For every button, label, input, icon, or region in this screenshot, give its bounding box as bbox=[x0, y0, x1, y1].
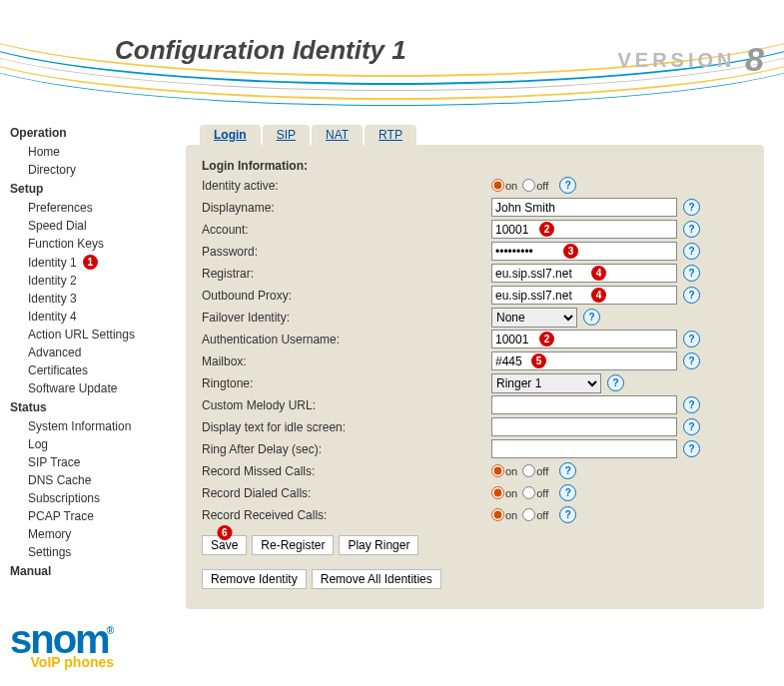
input-mailbox[interactable] bbox=[491, 351, 677, 370]
select-failover[interactable]: None bbox=[491, 308, 577, 328]
label-auth-user: Authentication Username: bbox=[202, 333, 491, 346]
identity-active-off[interactable] bbox=[522, 179, 535, 192]
nav-identity-3[interactable]: Identity 3 bbox=[10, 290, 186, 308]
help-icon[interactable]: ? bbox=[683, 221, 700, 238]
label-registrar: Registrar: bbox=[202, 267, 491, 281]
tab-nat[interactable]: NAT bbox=[312, 125, 363, 145]
label-password: Password: bbox=[202, 245, 491, 259]
label-rec-received: Record Received Calls: bbox=[202, 508, 491, 522]
nav-sip-trace[interactable]: SIP Trace bbox=[10, 453, 186, 471]
nav-home[interactable]: Home bbox=[10, 143, 186, 161]
help-icon[interactable]: ? bbox=[559, 484, 576, 501]
badge-4b: 4 bbox=[591, 288, 606, 303]
sidebar-section-setup: Setup bbox=[10, 179, 186, 199]
input-account[interactable] bbox=[491, 220, 677, 239]
help-icon[interactable]: ? bbox=[683, 440, 700, 457]
help-icon[interactable]: ? bbox=[559, 462, 576, 479]
input-displayname[interactable] bbox=[491, 198, 677, 217]
remove-all-identities-button[interactable]: Remove All Identities bbox=[312, 569, 441, 589]
help-icon[interactable]: ? bbox=[683, 418, 700, 435]
badge-6: 6 bbox=[217, 525, 232, 540]
label-rec-missed: Record Missed Calls: bbox=[202, 464, 491, 478]
help-icon[interactable]: ? bbox=[559, 506, 576, 523]
sidebar-section-manual[interactable]: Manual bbox=[10, 561, 186, 581]
help-icon[interactable]: ? bbox=[683, 265, 700, 282]
rec-received-off[interactable] bbox=[522, 508, 535, 521]
sidebar: Operation HomeDirectory Setup Preference… bbox=[10, 95, 186, 609]
page-title: Configuration Identity 1 bbox=[115, 35, 406, 66]
label-displayname: Displayname: bbox=[202, 201, 491, 215]
nav-identity-4[interactable]: Identity 4 bbox=[10, 308, 186, 326]
nav-pcap-trace[interactable]: PCAP Trace bbox=[10, 507, 186, 525]
nav-subscriptions[interactable]: Subscriptions bbox=[10, 489, 186, 507]
help-icon[interactable]: ? bbox=[683, 287, 700, 304]
label-ring-delay: Ring After Delay (sec): bbox=[202, 442, 491, 456]
nav-sys-info[interactable]: System Information bbox=[10, 417, 186, 435]
select-ringtone[interactable]: Ringer 1 bbox=[491, 373, 601, 393]
remove-identity-button[interactable]: Remove Identity bbox=[202, 569, 307, 589]
nav-speed-dial[interactable]: Speed Dial bbox=[10, 217, 186, 235]
badge-2: 2 bbox=[539, 222, 554, 237]
input-idle-text[interactable] bbox=[491, 417, 677, 436]
sidebar-section-operation: Operation bbox=[10, 123, 186, 143]
input-ring-delay[interactable] bbox=[491, 439, 677, 458]
label-identity-active: Identity active: bbox=[202, 179, 491, 193]
tab-sip[interactable]: SIP bbox=[263, 125, 310, 145]
badge-4: 4 bbox=[591, 266, 606, 281]
help-icon[interactable]: ? bbox=[683, 352, 700, 369]
nav-preferences[interactable]: Preferences bbox=[10, 199, 186, 217]
nav-advanced[interactable]: Advanced bbox=[10, 343, 186, 361]
version-label: VERSION 8 bbox=[617, 40, 764, 79]
nav-identity-1[interactable]: Identity 11 bbox=[10, 253, 186, 272]
badge-1: 1 bbox=[83, 255, 98, 270]
rec-received-on[interactable] bbox=[491, 508, 504, 521]
nav-memory[interactable]: Memory bbox=[10, 525, 186, 543]
nav-log[interactable]: Log bbox=[10, 435, 186, 453]
nav-action-url[interactable]: Action URL Settings bbox=[10, 326, 186, 343]
nav-settings[interactable]: Settings bbox=[10, 543, 186, 561]
input-outbound-proxy[interactable] bbox=[491, 286, 677, 305]
label-ringtone: Ringtone: bbox=[202, 376, 491, 390]
label-account: Account: bbox=[202, 223, 491, 237]
nav-function-keys[interactable]: Function Keys bbox=[10, 235, 186, 253]
nav-software-update[interactable]: Software Update bbox=[10, 379, 186, 397]
nav-identity-2[interactable]: Identity 2 bbox=[10, 272, 186, 290]
help-icon[interactable]: ? bbox=[683, 331, 700, 347]
help-icon[interactable]: ? bbox=[683, 243, 700, 260]
help-icon[interactable]: ? bbox=[683, 199, 700, 216]
play-ringer-button[interactable]: Play Ringer bbox=[339, 535, 418, 555]
rec-missed-on[interactable] bbox=[491, 464, 504, 477]
label-idle-text: Display text for idle screen: bbox=[202, 420, 491, 434]
input-registrar[interactable] bbox=[491, 264, 677, 283]
help-icon[interactable]: ? bbox=[607, 374, 624, 391]
nav-certificates[interactable]: Certificates bbox=[10, 361, 186, 379]
rec-dialed-off[interactable] bbox=[522, 486, 535, 499]
help-icon[interactable]: ? bbox=[683, 396, 700, 413]
rec-missed-off[interactable] bbox=[522, 464, 535, 477]
identity-active-on[interactable] bbox=[491, 179, 504, 192]
badge-5: 5 bbox=[531, 353, 546, 368]
label-failover: Failover Identity: bbox=[202, 311, 491, 325]
label-outbound-proxy: Outbound Proxy: bbox=[202, 289, 491, 303]
config-panel: Login Information: Identity active: on o… bbox=[186, 145, 764, 609]
tab-rtp[interactable]: RTP bbox=[365, 125, 416, 145]
badge-3: 3 bbox=[563, 244, 578, 259]
brand-logo: snom® VoIP phones bbox=[10, 617, 114, 670]
input-password[interactable] bbox=[491, 242, 677, 261]
label-custom-melody: Custom Melody URL: bbox=[202, 398, 491, 412]
sidebar-section-status: Status bbox=[10, 397, 186, 417]
login-info-title: Login Information: bbox=[202, 159, 748, 173]
input-auth-user[interactable] bbox=[491, 330, 677, 348]
nav-dns-cache[interactable]: DNS Cache bbox=[10, 471, 186, 489]
badge-2b: 2 bbox=[539, 332, 554, 346]
nav-directory[interactable]: Directory bbox=[10, 161, 186, 179]
rec-dialed-on[interactable] bbox=[491, 486, 504, 499]
reregister-button[interactable]: Re-Register bbox=[252, 535, 334, 555]
label-rec-dialed: Record Dialed Calls: bbox=[202, 486, 491, 500]
tab-login[interactable]: Login bbox=[200, 125, 261, 145]
input-custom-melody[interactable] bbox=[491, 395, 677, 414]
label-mailbox: Mailbox: bbox=[202, 354, 491, 368]
help-icon[interactable]: ? bbox=[559, 177, 576, 194]
help-icon[interactable]: ? bbox=[583, 309, 600, 326]
